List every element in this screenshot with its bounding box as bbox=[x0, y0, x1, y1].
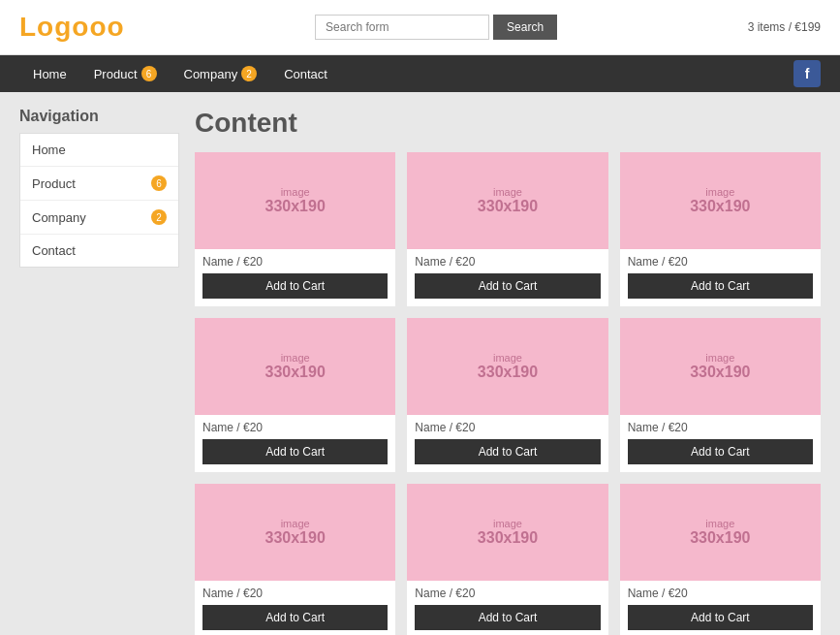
product-card: image 330x190 Name / €20 Add to Cart bbox=[620, 318, 821, 472]
product-image-label: image bbox=[493, 186, 522, 198]
product-info: Name / €20 Add to Cart bbox=[620, 249, 821, 306]
sidebar-item-home[interactable]: Home bbox=[20, 134, 178, 167]
logo: Logooo bbox=[19, 12, 125, 43]
navbar-label-contact: Contact bbox=[284, 67, 327, 81]
content-title: Content bbox=[195, 108, 821, 139]
product-image: image 330x190 bbox=[620, 152, 821, 249]
product-image-size: 330x190 bbox=[690, 364, 750, 381]
product-image: image 330x190 bbox=[407, 484, 607, 581]
product-image-label: image bbox=[493, 352, 522, 364]
product-grid: image 330x190 Name / €20 Add to Cart ima… bbox=[195, 152, 821, 635]
product-image: image 330x190 bbox=[195, 318, 395, 415]
product-card: image 330x190 Name / €20 Add to Cart bbox=[195, 484, 395, 635]
product-image-label: image bbox=[281, 352, 310, 364]
product-image: image 330x190 bbox=[407, 152, 607, 249]
sidebar-title: Navigation bbox=[19, 108, 179, 125]
add-to-cart-button[interactable]: Add to Cart bbox=[415, 605, 600, 630]
product-card: image 330x190 Name / €20 Add to Cart bbox=[407, 152, 607, 306]
product-name: Name / €20 bbox=[202, 255, 388, 269]
sidebar-item-company[interactable]: Company 2 bbox=[20, 201, 178, 235]
navbar-item-contact[interactable]: Contact bbox=[270, 55, 341, 92]
add-to-cart-button[interactable]: Add to Cart bbox=[415, 439, 600, 464]
facebook-icon[interactable]: f bbox=[793, 60, 821, 87]
sidebar-item-contact[interactable]: Contact bbox=[20, 235, 178, 267]
product-image: image 330x190 bbox=[195, 152, 395, 249]
navbar-badge-company: 2 bbox=[241, 66, 257, 81]
product-card: image 330x190 Name / €20 Add to Cart bbox=[195, 152, 395, 306]
product-image: image 330x190 bbox=[407, 318, 607, 415]
search-input[interactable] bbox=[315, 15, 489, 40]
add-to-cart-button[interactable]: Add to Cart bbox=[628, 605, 813, 630]
product-name: Name / €20 bbox=[202, 421, 388, 434]
product-name: Name / €20 bbox=[415, 587, 600, 600]
product-info: Name / €20 Add to Cart bbox=[195, 415, 395, 472]
add-to-cart-button[interactable]: Add to Cart bbox=[628, 273, 813, 299]
header-search: Search bbox=[315, 15, 557, 40]
product-image-label: image bbox=[705, 518, 734, 529]
add-to-cart-button[interactable]: Add to Cart bbox=[628, 439, 813, 464]
product-name: Name / €20 bbox=[628, 587, 813, 600]
product-info: Name / €20 Add to Cart bbox=[195, 249, 395, 306]
product-image: image 330x190 bbox=[195, 484, 395, 581]
product-info: Name / €20 Add to Cart bbox=[407, 415, 607, 472]
sidebar-item-label-product: Product bbox=[32, 176, 76, 191]
navbar-item-product[interactable]: Product 6 bbox=[80, 55, 171, 92]
navbar-label-product: Product bbox=[94, 67, 138, 81]
main-layout: Navigation Home Product 6 Company 2 Cont… bbox=[0, 92, 840, 635]
add-to-cart-button[interactable]: Add to Cart bbox=[202, 605, 388, 630]
product-image-label: image bbox=[281, 186, 310, 198]
product-info: Name / €20 Add to Cart bbox=[195, 581, 395, 635]
header: Logooo Search 3 items / €199 bbox=[0, 0, 840, 55]
add-to-cart-button[interactable]: Add to Cart bbox=[202, 439, 388, 464]
product-image-size: 330x190 bbox=[690, 529, 750, 547]
product-image-size: 330x190 bbox=[478, 529, 538, 547]
product-card: image 330x190 Name / €20 Add to Cart bbox=[407, 318, 607, 472]
add-to-cart-button[interactable]: Add to Cart bbox=[415, 273, 600, 299]
product-image-size: 330x190 bbox=[478, 198, 538, 215]
product-name: Name / €20 bbox=[415, 255, 600, 269]
product-card: image 330x190 Name / €20 Add to Cart bbox=[620, 152, 821, 306]
cart-info: 3 items / €199 bbox=[748, 20, 821, 34]
product-card: image 330x190 Name / €20 Add to Cart bbox=[407, 484, 607, 635]
navbar-label-company: Company bbox=[184, 67, 238, 81]
product-info: Name / €20 Add to Cart bbox=[620, 415, 821, 472]
navbar-item-home[interactable]: Home bbox=[19, 55, 80, 92]
product-name: Name / €20 bbox=[628, 255, 813, 269]
search-button[interactable]: Search bbox=[493, 15, 557, 40]
product-image-label: image bbox=[493, 518, 522, 529]
product-image: image 330x190 bbox=[620, 318, 821, 415]
page-wrapper: Logooo Search 3 items / €199 Home Produc… bbox=[0, 0, 840, 635]
product-info: Name / €20 Add to Cart bbox=[407, 249, 607, 306]
product-image-size: 330x190 bbox=[265, 198, 326, 215]
add-to-cart-button[interactable]: Add to Cart bbox=[202, 273, 388, 299]
product-image-size: 330x190 bbox=[478, 364, 538, 381]
navbar-item-company[interactable]: Company 2 bbox=[171, 55, 271, 92]
product-info: Name / €20 Add to Cart bbox=[620, 581, 821, 635]
product-image-size: 330x190 bbox=[690, 198, 750, 215]
product-info: Name / €20 Add to Cart bbox=[407, 581, 607, 635]
logo-text: Logooo bbox=[19, 12, 125, 42]
navbar-badge-product: 6 bbox=[141, 66, 157, 81]
product-image-label: image bbox=[705, 352, 734, 364]
navbar: Home Product 6 Company 2 Contact f bbox=[0, 55, 840, 92]
product-image-size: 330x190 bbox=[265, 364, 326, 381]
product-name: Name / €20 bbox=[415, 421, 600, 434]
sidebar-badge-product: 6 bbox=[151, 175, 167, 191]
sidebar-item-product[interactable]: Product 6 bbox=[20, 167, 178, 201]
sidebar-item-label-contact: Contact bbox=[32, 243, 76, 258]
sidebar: Navigation Home Product 6 Company 2 Cont… bbox=[19, 108, 179, 635]
content-area: Content image 330x190 Name / €20 Add to … bbox=[195, 108, 821, 635]
product-name: Name / €20 bbox=[202, 587, 388, 600]
product-image-label: image bbox=[705, 186, 734, 198]
sidebar-nav: Home Product 6 Company 2 Contact bbox=[19, 133, 179, 268]
sidebar-item-label-home: Home bbox=[32, 143, 66, 157]
product-name: Name / €20 bbox=[628, 421, 813, 434]
sidebar-badge-company: 2 bbox=[151, 209, 167, 225]
sidebar-item-label-company: Company bbox=[32, 210, 86, 225]
navbar-label-home: Home bbox=[33, 67, 67, 81]
product-image: image 330x190 bbox=[620, 484, 821, 581]
product-card: image 330x190 Name / €20 Add to Cart bbox=[195, 318, 395, 472]
product-image-label: image bbox=[281, 518, 310, 529]
product-image-size: 330x190 bbox=[265, 529, 326, 547]
product-card: image 330x190 Name / €20 Add to Cart bbox=[620, 484, 821, 635]
